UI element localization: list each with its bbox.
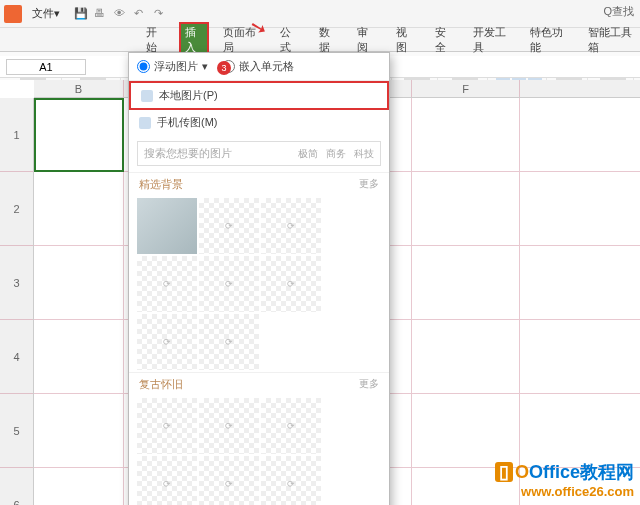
thumb-row: ⟳ ⟳ ⟳ ⟳ ⟳ ⟳ ⟳ ⟳ — [129, 396, 389, 505]
section-featured: 精选背景更多 — [129, 172, 389, 196]
float-option[interactable]: 浮动图片 ▾ — [137, 59, 208, 74]
tag-tech[interactable]: 科技 — [354, 147, 374, 161]
row-header[interactable]: 4 — [0, 320, 33, 394]
file-menu[interactable]: 文件▾ — [26, 4, 66, 23]
row-headers: 1 2 3 4 5 6 — [0, 98, 34, 505]
float-radio[interactable] — [137, 60, 150, 73]
thumbnail[interactable]: ⟳ — [199, 198, 259, 254]
row-header[interactable]: 2 — [0, 172, 33, 246]
tag-business[interactable]: 商务 — [326, 147, 346, 161]
thumbnail[interactable]: ⟳ — [199, 314, 259, 370]
col-header[interactable]: B — [34, 80, 124, 97]
preview-icon[interactable]: 👁 — [114, 7, 128, 21]
undo-icon[interactable]: ↶ — [134, 7, 148, 21]
embed-option[interactable]: 嵌入单元格 — [222, 59, 294, 74]
thumbnail[interactable]: ⟳ — [137, 398, 197, 454]
tag-minimal[interactable]: 极简 — [298, 147, 318, 161]
thumbnail[interactable]: ⟳ — [137, 314, 197, 370]
dropdown-mode-row: 浮动图片 ▾ 嵌入单元格 3 — [129, 53, 389, 81]
selected-cell[interactable] — [34, 98, 124, 172]
thumbnail[interactable]: ⟳ — [137, 256, 197, 312]
thumbnail[interactable]: ⟳ — [261, 398, 321, 454]
watermark: ▯OOffice教程网 www.office26.com — [495, 460, 634, 499]
row-header[interactable]: 5 — [0, 394, 33, 468]
watermark-logo-icon: ▯ — [495, 462, 513, 482]
save-icon[interactable]: 💾 — [74, 7, 88, 21]
annotation-badge-3: 3 — [217, 61, 231, 75]
picture-search[interactable]: 搜索您想要的图片 极简 商务 科技 — [137, 141, 381, 166]
redo-icon[interactable]: ↷ — [154, 7, 168, 21]
row-header[interactable]: 3 — [0, 246, 33, 320]
mobile-picture-item[interactable]: 手机传图(M) — [129, 110, 389, 135]
phone-icon — [139, 117, 151, 129]
thumbnail[interactable]: ⟳ — [261, 256, 321, 312]
section-retro: 复古怀旧更多 — [129, 372, 389, 396]
search-command[interactable]: Q查找 — [603, 4, 634, 19]
thumbnail[interactable]: ⟳ — [261, 456, 321, 505]
menu-tabs: 开始 插入 页面布局 公式 数据 审阅 视图 安全 开发工具 特色功能 智能工具… — [0, 28, 640, 52]
tab-security[interactable]: 安全 — [429, 22, 460, 58]
print-icon[interactable]: 🖶 — [94, 7, 108, 21]
row-header[interactable]: 6 — [0, 468, 33, 505]
tab-smart[interactable]: 智能工具箱 — [582, 22, 640, 58]
picture-dropdown: 浮动图片 ▾ 嵌入单元格 3 本地图片(P) 手机传图(M) 搜索您想要的图片 … — [128, 52, 390, 505]
thumbnail[interactable]: ⟳ — [261, 198, 321, 254]
local-picture-item[interactable]: 本地图片(P) — [129, 81, 389, 110]
name-box[interactable] — [6, 59, 86, 75]
more-link[interactable]: 更多 — [359, 177, 379, 192]
quick-access: 💾 🖶 👁 ↶ ↷ — [74, 7, 168, 21]
tab-special[interactable]: 特色功能 — [524, 22, 573, 58]
thumbnail[interactable]: ⟳ — [137, 456, 197, 505]
more-link[interactable]: 更多 — [359, 377, 379, 392]
thumb-row: ⟳ ⟳ ⟳ ⟳ ⟳ ⟳ ⟳ — [129, 196, 389, 372]
search-placeholder: 搜索您想要的图片 — [144, 146, 232, 161]
image-icon — [141, 90, 153, 102]
app-logo — [4, 5, 22, 23]
thumbnail[interactable]: ⟳ — [199, 398, 259, 454]
tab-view[interactable]: 视图 — [390, 22, 421, 58]
thumbnail[interactable]: ⟳ — [199, 456, 259, 505]
tab-dev[interactable]: 开发工具 — [467, 22, 516, 58]
thumbnail[interactable] — [137, 198, 197, 254]
thumbnail[interactable]: ⟳ — [199, 256, 259, 312]
row-header[interactable]: 1 — [0, 98, 33, 172]
col-header[interactable]: F — [412, 80, 520, 97]
